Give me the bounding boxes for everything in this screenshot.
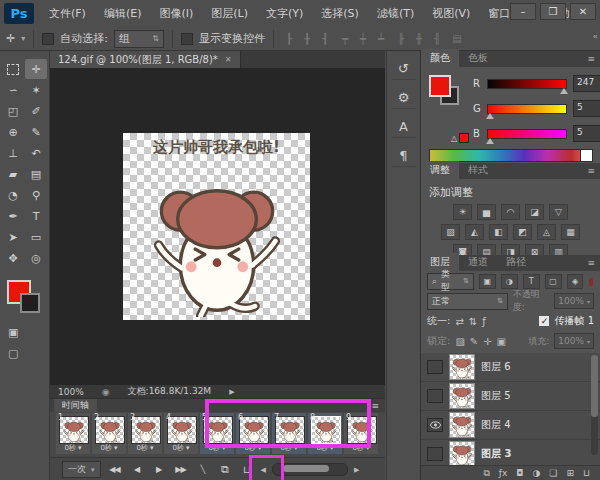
history-panel-icon[interactable]: ↺ <box>392 57 416 80</box>
red-value-field[interactable]: 247 <box>573 75 600 92</box>
mini-bridge-icon[interactable]: ◉ <box>102 387 110 397</box>
layer-style-button[interactable]: ƒx <box>499 468 508 478</box>
blue-slider[interactable] <box>487 129 567 139</box>
tab-swatches[interactable]: 色板 <box>459 49 497 67</box>
tab-adjustments[interactable]: 调整 <box>421 161 459 179</box>
frame-delay[interactable]: 0秒 ▾ <box>308 443 342 453</box>
auto-align-icon[interactable]: ▤ <box>450 33 464 44</box>
timeline-frame-1[interactable]: 1 0秒 ▾ <box>56 413 90 454</box>
brightness-contrast-icon[interactable]: ☀ <box>453 204 472 220</box>
frame-delay[interactable]: 0秒 ▾ <box>272 443 306 453</box>
panel-menu-icon[interactable]: ≡ <box>587 258 595 268</box>
tween-button[interactable]: ╲ <box>195 465 211 474</box>
layer-thumbnail[interactable] <box>449 354 475 380</box>
magic-wand-tool[interactable]: ✶ <box>25 80 47 100</box>
lasso-tool[interactable]: ∽ <box>2 80 24 100</box>
layer-name[interactable]: 图层 6 <box>481 360 511 374</box>
background-color-swatch[interactable] <box>20 293 40 313</box>
align-right-icon[interactable]: ┨ <box>318 33 332 44</box>
next-frame-button[interactable]: ▶▶ <box>173 465 189 474</box>
hue-saturation-icon[interactable]: ▧ <box>441 224 460 240</box>
frame-thumbnail[interactable] <box>95 416 125 444</box>
propagate-checkbox[interactable]: ✓ <box>539 316 549 326</box>
layer-thumbnail[interactable] <box>449 441 475 467</box>
menu-type[interactable]: 文字(Y) <box>257 0 312 27</box>
link-layers-button[interactable]: ⧉ <box>483 468 489 479</box>
green-slider[interactable] <box>487 104 567 114</box>
align-center-v-icon[interactable]: ┿ <box>356 33 370 44</box>
frame-thumbnail[interactable] <box>131 416 161 444</box>
filter-type-layers-icon[interactable]: T <box>523 274 540 289</box>
photo-filter-icon[interactable]: ◩ <box>513 224 532 240</box>
new-layer-button[interactable]: ⊞ <box>566 468 574 478</box>
tab-channels[interactable]: 通道 <box>459 253 497 271</box>
scrollbar-thumb[interactable] <box>283 465 329 472</box>
frame-thumbnail[interactable] <box>167 416 197 444</box>
tab-close-icon[interactable]: ✕ <box>225 55 232 64</box>
frame-delay[interactable]: 0秒 ▾ <box>200 443 234 453</box>
zoom-level[interactable]: 100% <box>58 387 84 397</box>
panel-menu-icon[interactable]: ≡ <box>587 166 595 176</box>
levels-icon[interactable]: ▅ <box>477 204 496 220</box>
paragraph-panel-icon[interactable]: ¶ <box>392 144 416 167</box>
layer-row-4[interactable]: 图层 4 <box>421 411 600 440</box>
history-brush-tool[interactable]: ↶ <box>25 143 47 163</box>
tab-styles[interactable]: 样式 <box>459 161 497 179</box>
timeline-tab[interactable]: 时间轴 <box>54 399 97 412</box>
timeline-frame-2[interactable]: 2 0秒 ▾ <box>92 413 126 454</box>
crop-tool[interactable]: ◰ <box>2 101 24 121</box>
exposure-icon[interactable]: ◪ <box>525 204 544 220</box>
menu-image[interactable]: 图像(I) <box>150 0 202 27</box>
vibrance-icon[interactable]: ▽ <box>549 204 568 220</box>
delete-frame-button[interactable]: ⊔ <box>239 464 255 475</box>
blue-slider-handle[interactable] <box>486 138 494 144</box>
align-bottom-icon[interactable]: ┷ <box>374 33 388 44</box>
white-color-cap[interactable] <box>580 149 593 162</box>
auto-select-dropdown[interactable]: 组 ⇅ <box>114 30 164 48</box>
timeline-frame-9[interactable]: 9 0秒 ▾ <box>344 413 378 454</box>
document-image[interactable]: 这片帅哥我承包啦! <box>123 133 310 320</box>
healing-brush-tool[interactable]: ⊕ <box>2 122 24 142</box>
hand-tool[interactable]: ✥ <box>2 248 24 268</box>
frame-thumbnail[interactable] <box>311 416 341 444</box>
maximize-button[interactable]: ❐ <box>540 3 566 20</box>
timeline-frame-6-selected[interactable]: 6 0秒 ▾ <box>236 413 270 454</box>
clone-stamp-tool[interactable]: ⊥ <box>2 143 24 163</box>
timeline-frame-7-selected[interactable]: 7 0秒 ▾ <box>272 413 306 454</box>
type-tool[interactable]: T <box>25 206 47 226</box>
layer-name[interactable]: 图层 4 <box>481 418 511 432</box>
menu-edit[interactable]: 编辑(E) <box>95 0 151 27</box>
gradient-tool[interactable]: ▤ <box>25 164 47 184</box>
lock-pixels-icon[interactable]: ✎ <box>470 336 478 347</box>
layer-thumbnail[interactable] <box>449 412 475 438</box>
frame-thumbnail[interactable] <box>239 416 269 444</box>
brush-tool[interactable]: ✎ <box>25 122 47 142</box>
eraser-tool[interactable]: ▰ <box>2 164 24 184</box>
screen-mode-button[interactable]: ▢ <box>8 347 49 360</box>
tab-color[interactable]: 颜色 <box>421 49 459 67</box>
auto-select-checkbox[interactable] <box>42 33 54 45</box>
timeline-scrollbar[interactable] <box>272 463 348 476</box>
menu-file[interactable]: 文件(F) <box>40 0 95 27</box>
frame-thumbnail[interactable] <box>59 416 89 444</box>
timeline-frame-4[interactable]: 4 0秒 ▾ <box>164 413 198 454</box>
show-transform-checkbox[interactable] <box>181 33 193 45</box>
green-value-field[interactable]: 5 <box>573 100 600 117</box>
filter-adjustment-layers-icon[interactable]: ◑ <box>501 274 518 289</box>
new-group-button[interactable]: ❏ <box>549 468 557 478</box>
menu-view[interactable]: 视图(V) <box>423 0 479 27</box>
menu-filter[interactable]: 滤镜(T) <box>368 0 423 27</box>
blur-tool[interactable]: ◔ <box>2 185 24 205</box>
lock-all-icon[interactable]: ▣ <box>497 336 506 347</box>
close-button[interactable]: ✕ <box>570 3 596 20</box>
lock-transparent-icon[interactable]: ▨ <box>455 336 464 347</box>
frame-delay[interactable]: 0秒 ▾ <box>56 443 90 453</box>
channel-mixer-icon[interactable]: ◬ <box>537 224 556 240</box>
path-selection-tool[interactable]: ➤ <box>2 227 24 247</box>
distribute-left-icon[interactable]: ╟ <box>394 33 408 44</box>
filter-smart-object-icon[interactable]: ◈ <box>567 274 584 289</box>
delete-layer-button[interactable]: ⊔ <box>583 468 590 478</box>
unify-position-icon[interactable]: ⇄ <box>455 316 463 327</box>
document-size-info[interactable]: 文档:168.8K/1.32M <box>128 385 212 398</box>
timeline-frame-8-active[interactable]: 8 0秒 ▾ <box>308 413 342 454</box>
